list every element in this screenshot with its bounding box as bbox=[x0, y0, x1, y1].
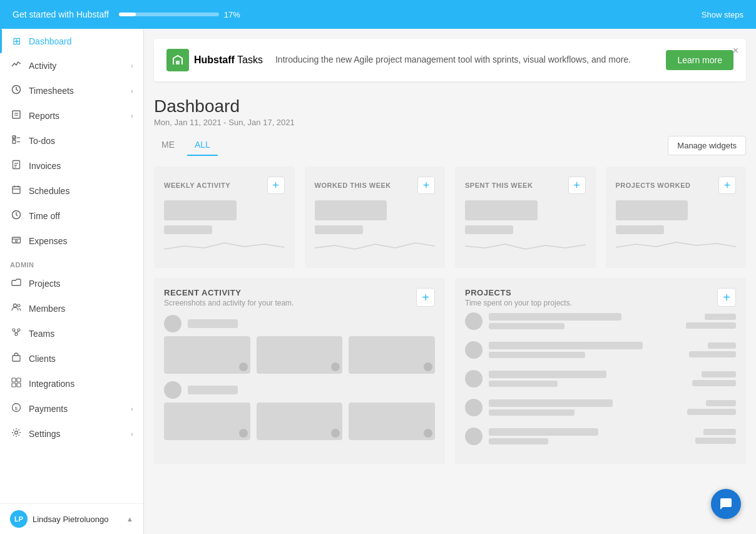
user-footer[interactable]: LP Lindsay Pietroluongo ▲ bbox=[0, 503, 143, 534]
sidebar-item-expenses[interactable]: Expenses bbox=[0, 228, 143, 254]
project-row bbox=[465, 310, 736, 332]
admin-section-label: ADMIN bbox=[0, 254, 143, 271]
project-row bbox=[465, 339, 736, 361]
sidebar-item-teams[interactable]: Teams bbox=[0, 321, 143, 346]
widget-placeholder-small bbox=[164, 225, 212, 234]
chevron-up-icon: ▲ bbox=[126, 515, 133, 523]
svg-rect-30 bbox=[12, 383, 16, 387]
sidebar-item-invoices[interactable]: $ Invoices bbox=[0, 153, 143, 178]
recent-activity-add-button[interactable]: + bbox=[416, 288, 435, 307]
tab-all[interactable]: ALL bbox=[187, 135, 218, 156]
screenshot-thumb bbox=[349, 403, 435, 440]
sidebar-item-payments[interactable]: $ Payments ‹ bbox=[0, 396, 143, 421]
projects-panel: PROJECTS Time spent on your top projects… bbox=[455, 278, 746, 464]
banner-close-button[interactable]: × bbox=[733, 45, 738, 56]
sidebar-item-label: To-dos bbox=[29, 136, 55, 146]
project-avatar bbox=[465, 370, 483, 388]
widget-label: WEEKLY ACTIVITY bbox=[164, 182, 230, 189]
svg-rect-12 bbox=[13, 187, 20, 193]
hubstaff-logo-icon bbox=[166, 49, 189, 71]
chevron-icon: ‹ bbox=[131, 405, 133, 413]
project-row bbox=[465, 425, 736, 448]
widget-projects-worked: PROJECTS WORKED + bbox=[606, 167, 747, 268]
reports-icon bbox=[10, 110, 23, 122]
svg-point-34 bbox=[15, 431, 18, 434]
project-row bbox=[465, 367, 736, 390]
sidebar-item-activity[interactable]: Activity ‹ bbox=[0, 53, 143, 78]
svg-point-21 bbox=[18, 304, 20, 307]
sidebar-item-timeoff[interactable]: Time off bbox=[0, 203, 143, 228]
sidebar-item-label: Activity bbox=[29, 61, 56, 71]
project-row bbox=[465, 396, 736, 419]
widget-label: SPENT THIS WEEK bbox=[465, 182, 533, 189]
timeoff-icon bbox=[10, 210, 23, 222]
sidebar-item-projects[interactable]: Projects bbox=[0, 271, 143, 296]
widget-add-button[interactable]: + bbox=[267, 177, 285, 194]
widget-placeholder bbox=[164, 200, 237, 220]
sidebar-item-label: Reports bbox=[29, 111, 59, 121]
sidebar-item-schedules[interactable]: Schedules bbox=[0, 178, 143, 203]
sidebar-item-label: Payments bbox=[29, 404, 68, 414]
sidebar-item-label: Schedules bbox=[29, 186, 69, 196]
sidebar-item-todos[interactable]: To-dos bbox=[0, 128, 143, 153]
activity-row bbox=[164, 315, 435, 332]
expenses-icon bbox=[10, 235, 23, 247]
svg-line-26 bbox=[16, 331, 19, 333]
members-icon bbox=[10, 302, 23, 315]
sidebar-item-label: Integrations bbox=[29, 379, 74, 389]
sidebar-item-reports[interactable]: Reports ‹ bbox=[0, 103, 143, 128]
show-steps-link[interactable]: Show steps bbox=[702, 10, 743, 19]
sidebar: ⊞ Dashboard Activity ‹ Timesheets ‹ Repo… bbox=[0, 29, 144, 534]
sidebar-item-members[interactable]: Members bbox=[0, 296, 143, 321]
svg-point-24 bbox=[15, 333, 18, 336]
sidebar-item-dashboard[interactable]: ⊞ Dashboard bbox=[0, 29, 143, 53]
widget-spent-this-week: SPENT THIS WEEK + bbox=[455, 167, 596, 268]
recent-activity-panel: RECENT ACTIVITY Screenshots and activity… bbox=[154, 278, 445, 464]
activity-name-placeholder bbox=[188, 386, 238, 394]
screenshot-thumb bbox=[164, 336, 250, 374]
sidebar-item-timesheets[interactable]: Timesheets ‹ bbox=[0, 78, 143, 103]
schedules-icon bbox=[10, 185, 23, 197]
sidebar-item-integrations[interactable]: Integrations bbox=[0, 371, 143, 396]
widget-add-button[interactable]: + bbox=[417, 177, 435, 194]
svg-point-23 bbox=[18, 329, 20, 331]
clients-icon bbox=[10, 352, 23, 365]
hubstaff-tasks-banner: Hubstaff Tasks Introducing the new Agile… bbox=[154, 39, 746, 81]
learn-more-button[interactable]: Learn more bbox=[666, 50, 733, 70]
banner-logo-text: Hubstaff Tasks bbox=[194, 54, 263, 66]
activity-avatar bbox=[164, 381, 181, 399]
svg-rect-29 bbox=[17, 378, 21, 382]
topbar-title: Get started with Hubstaff bbox=[13, 9, 109, 19]
progress-percentage: 17% bbox=[224, 10, 240, 19]
manage-widgets-button[interactable]: Manage widgets bbox=[668, 136, 746, 155]
dashboard-title: Dashboard bbox=[154, 96, 746, 116]
project-avatar bbox=[465, 399, 483, 416]
chat-fab-button[interactable] bbox=[711, 489, 741, 519]
svg-rect-1 bbox=[13, 111, 20, 118]
svg-rect-35 bbox=[176, 61, 180, 64]
sidebar-item-settings[interactable]: Settings ‹ bbox=[0, 421, 143, 446]
widget-placeholder-small bbox=[465, 225, 513, 234]
sidebar-item-label: Clients bbox=[29, 354, 56, 364]
widget-placeholder-small bbox=[315, 225, 363, 234]
widget-placeholder bbox=[616, 200, 688, 220]
sidebar-item-label: Expenses bbox=[29, 236, 67, 246]
projects-add-button[interactable]: + bbox=[717, 288, 736, 307]
project-avatar bbox=[465, 341, 483, 359]
svg-text:$: $ bbox=[15, 406, 18, 411]
tab-me[interactable]: ME bbox=[154, 135, 182, 156]
todos-icon bbox=[10, 135, 23, 147]
sidebar-item-label: Time off bbox=[29, 211, 60, 221]
screenshot-thumb bbox=[257, 336, 343, 374]
user-name: Lindsay Pietroluongo bbox=[33, 515, 108, 524]
chevron-icon: ‹ bbox=[131, 112, 133, 120]
integrations-icon bbox=[10, 377, 23, 390]
widget-placeholder bbox=[465, 200, 538, 220]
dashboard-header: Dashboard Mon, Jan 11, 2021 - Sun, Jan 1… bbox=[144, 91, 756, 127]
teams-icon bbox=[10, 327, 23, 340]
widget-add-button[interactable]: + bbox=[718, 177, 736, 194]
dashboard-date: Mon, Jan 11, 2021 - Sun, Jan 17, 2021 bbox=[154, 118, 746, 127]
widget-add-button[interactable]: + bbox=[568, 177, 586, 194]
invoices-icon: $ bbox=[10, 160, 23, 172]
sidebar-item-clients[interactable]: Clients bbox=[0, 346, 143, 371]
